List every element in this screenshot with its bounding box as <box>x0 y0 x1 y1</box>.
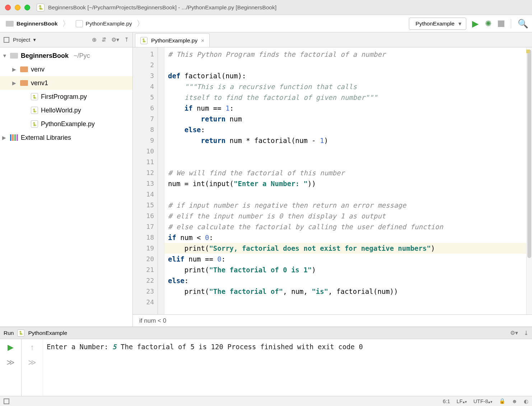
run-controls-primary: ▶ ≫ <box>0 339 22 396</box>
lock-icon[interactable]: 🔒 <box>499 398 505 404</box>
console-output[interactable]: Enter a Number: 5 The factorial of 5 is … <box>43 339 532 396</box>
run-header: Run 🐍 PythonExample ⚙▾ ⤓ <box>0 327 532 339</box>
code-content[interactable]: # This Python Program finds the factoria… <box>164 47 532 314</box>
project-header: Project ▼ ⊕ ⇵ ⚙▾ ⤒ <box>0 32 132 47</box>
tree-root[interactable]: ▼ BeginnersBook ~/Pyc <box>0 49 132 63</box>
code-breadcrumb-label: if num < 0 <box>139 317 166 324</box>
file-encoding[interactable]: UTF-8▴▾ <box>473 398 493 404</box>
editor-tab-label: PythonExample.py <box>151 37 197 44</box>
project-tool-window: Project ▼ ⊕ ⇵ ⚙▾ ⤒ ▼ BeginnersBook ~/Pyc… <box>0 32 133 327</box>
run-header-config: PythonExample <box>28 330 67 336</box>
breadcrumb-root-label: BeginnersBook <box>17 20 58 27</box>
caret-position[interactable]: 6:1 <box>443 398 450 404</box>
folder-icon <box>6 21 14 27</box>
debug-button[interactable]: ✺ <box>485 19 491 28</box>
expand-icon[interactable]: ▶ <box>12 66 17 72</box>
line-separator[interactable]: LF▴▾ <box>457 398 467 404</box>
console-exit: Process finished with exit code 0 <box>227 343 363 351</box>
zoom-window-icon[interactable] <box>24 5 30 10</box>
tree-item-label: venv <box>31 66 45 73</box>
expand-icon[interactable]: ▶ <box>12 80 17 86</box>
python-file-icon: 🐍 <box>31 120 38 128</box>
python-file-icon <box>76 20 83 27</box>
feedback-icon[interactable]: ◐ <box>524 398 528 404</box>
editor-area: 🐍 PythonExample.py × 1234567891011121314… <box>133 32 532 327</box>
scroll-up-icon[interactable]: ↑ <box>30 343 34 352</box>
project-header-tools: ⊕ ⇵ ⚙▾ ⤒ <box>92 37 129 43</box>
tool-windows-icon[interactable] <box>4 398 9 404</box>
gear-icon[interactable]: ⚙▾ <box>510 330 518 336</box>
tree-item-label: FirstProgram.py <box>41 93 87 101</box>
window-title: BeginnersBook [~/PycharmProjects/Beginne… <box>48 4 276 11</box>
tree-external-libraries[interactable]: ▶ External Libraries <box>0 131 132 144</box>
chevron-down-icon: ▼ <box>457 21 462 27</box>
console-prompt: Enter a Number: <box>47 343 112 351</box>
run-body: ▶ ≫ ↑ ≫ Enter a Number: 5 The factorial … <box>0 339 532 396</box>
project-header-text: Project <box>13 37 30 43</box>
project-header-label[interactable]: Project ▼ <box>13 37 37 43</box>
breadcrumb-file-label: PythonExample.py <box>86 20 132 27</box>
tree-item-label: PythonExample.py <box>41 120 95 128</box>
scrollbar-thumb[interactable] <box>527 50 531 258</box>
vertical-scrollbar[interactable] <box>526 47 532 314</box>
python-file-icon: 🐍 <box>31 93 38 100</box>
close-window-icon[interactable] <box>5 5 11 10</box>
stop-button[interactable] <box>498 20 504 27</box>
python-file-icon: 🐍 <box>17 329 24 337</box>
tree-item-helloworld[interactable]: 🐍 HelloWorld.py <box>0 103 132 117</box>
search-icon[interactable]: 🔍 <box>518 19 528 29</box>
tree-item-venv1[interactable]: ▶ venv1 <box>0 76 132 90</box>
breadcrumbs: BeginnersBook 〉 PythonExample.py 〉 <box>4 18 409 30</box>
tree-item-label: External Libraries <box>21 134 71 142</box>
collapse-all-icon[interactable]: ⇵ <box>102 37 106 43</box>
chevron-right-icon: 〉 <box>136 18 144 29</box>
code-editor[interactable]: 123456789101112131415161718192021222324 … <box>133 47 532 314</box>
tree-item-firstprogram[interactable]: 🐍 FirstProgram.py <box>0 90 132 103</box>
python-file-icon: 🐍 <box>140 37 148 44</box>
chevron-right-icon: 〉 <box>62 18 70 29</box>
folder-icon <box>20 66 28 72</box>
warning-marker-icon[interactable] <box>526 50 530 53</box>
status-bar: 6:1 LF▴▾ UTF-8▴▾ 🔒 ☻ ◐ <box>0 396 532 406</box>
project-view-icon[interactable] <box>4 37 9 43</box>
fold-gutter[interactable] <box>158 47 164 314</box>
more-run-icon[interactable]: ≫ <box>6 358 15 367</box>
inspector-icon[interactable]: ☻ <box>512 398 517 404</box>
navigation-bar: BeginnersBook 〉 PythonExample.py 〉 Pytho… <box>0 15 532 32</box>
minimize-window-icon[interactable] <box>15 5 20 10</box>
close-tab-icon[interactable]: × <box>201 37 204 44</box>
code-breadcrumb[interactable]: if num < 0 <box>133 314 532 327</box>
breadcrumb-root[interactable]: BeginnersBook 〉 <box>4 18 74 30</box>
console-input: 5 <box>112 343 116 351</box>
folder-icon <box>20 80 28 86</box>
expand-icon[interactable]: ▼ <box>2 53 7 59</box>
tree-root-label: BeginnersBook <box>21 52 69 60</box>
run-config-label: PythonExample <box>416 20 455 27</box>
python-file-icon: 🐍 <box>31 107 38 114</box>
run-header-title: Run <box>4 330 14 336</box>
expand-icon[interactable]: ▶ <box>2 135 7 140</box>
download-icon[interactable]: ⤓ <box>524 330 528 336</box>
scroll-to-source-icon[interactable]: ⊕ <box>92 37 97 43</box>
window-controls <box>5 5 30 10</box>
line-number-gutter: 123456789101112131415161718192021222324 <box>133 47 158 314</box>
separator <box>511 19 511 28</box>
run-button[interactable]: ▶ <box>472 19 479 29</box>
project-tree[interactable]: ▼ BeginnersBook ~/Pyc ▶ venv ▶ venv1 🐍 F… <box>0 47 132 146</box>
editor-tab[interactable]: 🐍 PythonExample.py × <box>135 33 210 47</box>
rerun-button[interactable]: ▶ <box>8 343 14 352</box>
gear-icon[interactable]: ⚙▾ <box>111 37 119 43</box>
breadcrumb-file[interactable]: PythonExample.py 〉 <box>74 18 148 30</box>
folder-icon <box>10 53 18 59</box>
tree-item-venv[interactable]: ▶ venv <box>0 63 132 76</box>
tree-item-pythonexample[interactable]: 🐍 PythonExample.py <box>0 117 132 131</box>
run-configuration-selector[interactable]: PythonExample ▼ <box>409 18 466 30</box>
more-sub-icon[interactable]: ≫ <box>28 358 36 367</box>
editor-tabs: 🐍 PythonExample.py × <box>133 32 532 47</box>
titlebar: 🐍 BeginnersBook [~/PycharmProjects/Begin… <box>0 0 532 15</box>
console-result: The factorial of 5 is 120 <box>121 343 223 351</box>
toolbar-actions: ▶ ✺ 🔍 <box>472 19 528 29</box>
tree-root-path: ~/Pyc <box>74 52 90 60</box>
hide-icon[interactable]: ⤒ <box>124 37 129 43</box>
app-icon: 🐍 <box>37 4 45 11</box>
